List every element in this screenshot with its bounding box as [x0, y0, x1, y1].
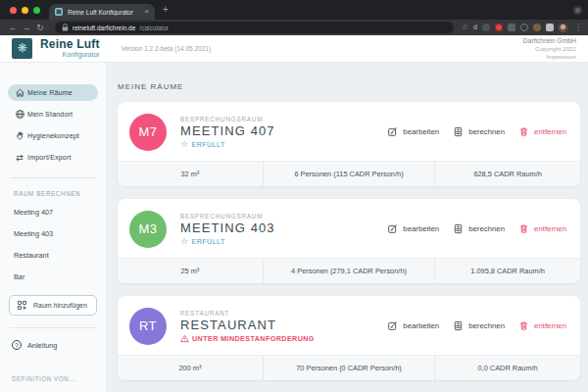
room-persons: 6 Personen (115 CADR Person/h) [263, 162, 434, 186]
extension-icon[interactable] [520, 24, 528, 31]
extension-shield-icon[interactable] [508, 24, 515, 31]
trash-icon [518, 126, 529, 137]
reload-button[interactable]: ↻ [33, 21, 47, 34]
status-text: UNTER MINDESTANFORDERUNG [192, 334, 315, 343]
browser-toolbar: ← → ↻ reineluft.darfichrein.de/calculato… [0, 20, 588, 35]
calculator-icon [453, 126, 464, 137]
remove-button[interactable]: entfernen [518, 320, 566, 331]
room-type-label: BESPRECHUNGSRAUM [180, 213, 387, 220]
page-title: MEINE RÄUME [118, 82, 580, 91]
sidebar-item-label: Hygienekonzept [27, 132, 79, 139]
sidebar-section-label: RAUM BERECHNEN [14, 190, 106, 197]
definition-label: DEFINITION VON... [12, 375, 106, 382]
sidebar-room-item[interactable]: Meeting 403 [0, 222, 106, 244]
tab-title: Reine Luft Konfigurator [68, 9, 139, 16]
room-title: RESTAURANT [180, 318, 387, 332]
browser-window: Reine Luft Konfigurator × + ← → ↻ reinel… [0, 0, 588, 392]
extensions-puzzle-icon[interactable] [546, 24, 554, 31]
calculator-icon [453, 223, 464, 234]
sidebar-room-item[interactable]: Restaurant [0, 244, 106, 266]
minimize-window-button[interactable] [22, 7, 28, 14]
home-icon [12, 87, 27, 98]
browser-profile-avatar[interactable] [559, 24, 567, 32]
app-title: Reine Luft [40, 38, 100, 50]
impressum-link[interactable]: Impressum [523, 53, 576, 61]
sidebar-item-import-export[interactable]: ⇄ Import/Export [8, 149, 98, 166]
sidebar-item-label: Meine Räume [27, 89, 73, 96]
extension-icon[interactable] [533, 24, 541, 31]
room-cadr: 628,5 CADR Raum/h [434, 162, 580, 186]
close-window-button[interactable] [10, 7, 17, 14]
room-persons: 70 Personen (0 CADR Person/h) [263, 356, 434, 380]
sidebar-item-label: Import/Export [27, 154, 72, 161]
maximize-window-button[interactable] [33, 7, 40, 14]
status-text: ERFÜLLT [191, 237, 224, 246]
room-card: M3 BESPRECHUNGSRAUM MEETING 403 ☆ ERFÜLL… [118, 199, 580, 283]
app-logo-icon: ❋ [12, 38, 32, 59]
room-persons: 4 Personen (279,1 CADR Person/h) [263, 259, 434, 283]
calculate-button[interactable]: berechnen [453, 320, 505, 331]
url-bar[interactable]: reineluft.darfichrein.de/calculator [55, 22, 454, 33]
edit-icon [387, 223, 398, 234]
browser-menu-icon[interactable]: ⋮ [572, 24, 582, 31]
window-controls [0, 7, 49, 14]
app-logo: Reine Luft Konfigurator [40, 38, 100, 59]
room-avatar: M3 [129, 211, 167, 248]
calculate-button[interactable]: berechnen [453, 223, 505, 234]
room-stats-row: 25 m³ 4 Personen (279,1 CADR Person/h) 1… [118, 258, 580, 283]
copyright: Copyright 2021 [523, 45, 576, 53]
status-text: ERFÜLLT [191, 140, 224, 149]
room-title: MEETING 407 [180, 123, 387, 138]
swap-arrows-icon: ⇄ [12, 153, 27, 163]
sidebar-room-item[interactable]: Meeting 407 [0, 201, 106, 222]
question-icon: ? [12, 340, 22, 350]
add-room-button[interactable]: Raum hinzufügen [9, 295, 97, 316]
star-icon: ☆ [180, 237, 188, 245]
tab-search-icon[interactable] [573, 6, 582, 15]
room-card: M7 BESPRECHUNGSRAUM MEETING 407 ☆ ERFÜLL… [118, 102, 580, 186]
sidebar-item-mein-standort[interactable]: Mein Standort [8, 106, 98, 122]
sidebar-item-meine-raeume[interactable]: Meine Räume [8, 84, 98, 101]
sidebar-item-hygienekonzept[interactable]: Hygienekonzept [8, 127, 98, 144]
room-cadr: 1.095,8 CADR Raum/h [434, 259, 580, 283]
room-type-label: BESPRECHUNGSRAUM [180, 116, 387, 122]
header-right: Darfichrein GmbH Copyright 2021 Impressu… [523, 36, 576, 61]
add-room-icon [17, 300, 27, 311]
warning-icon [180, 334, 189, 343]
room-avatar: M7 [129, 114, 167, 151]
forward-button[interactable]: → [20, 21, 33, 34]
extension-icon[interactable] [482, 24, 490, 31]
extension-icon[interactable] [495, 24, 503, 31]
room-area: 32 m³ [118, 162, 263, 186]
app-subtitle: Konfigurator [40, 50, 100, 59]
room-area: 200 m³ [118, 356, 263, 380]
browser-tab[interactable]: Reine Luft Konfigurator × [49, 4, 155, 20]
extension-d-icon[interactable]: d [473, 24, 477, 31]
edit-button[interactable]: bearbeiten [387, 320, 439, 331]
favicon [55, 8, 63, 16]
sidebar: Meine Räume Mein Standort Hygienekonzept… [0, 63, 106, 392]
help-link[interactable]: ? Anleitung [12, 340, 98, 350]
edit-icon [387, 126, 398, 137]
calculate-button[interactable]: berechnen [453, 126, 505, 137]
room-cadr: 0,0 CADR Raum/h [434, 356, 580, 380]
calculator-icon [453, 320, 464, 331]
trash-icon [518, 223, 529, 234]
edit-icon [387, 320, 398, 331]
edit-button[interactable]: bearbeiten [387, 223, 439, 234]
url-path: /calculator [139, 24, 169, 31]
room-area: 25 m³ [118, 259, 263, 283]
app-header: ❋ Reine Luft Konfigurator Version 1.2.2-… [0, 35, 588, 63]
status-badge: UNTER MINDESTANFORDERUNG [180, 334, 387, 343]
back-button[interactable]: ← [6, 21, 20, 34]
remove-button[interactable]: entfernen [518, 126, 566, 137]
new-tab-button[interactable]: + [163, 5, 169, 15]
bookmark-icon[interactable]: ☆ [462, 24, 468, 31]
divider [10, 177, 96, 178]
close-tab-icon[interactable]: × [144, 8, 149, 16]
sidebar-room-item[interactable]: Bar [0, 266, 106, 287]
remove-button[interactable]: entfernen [518, 223, 566, 234]
edit-button[interactable]: bearbeiten [387, 126, 439, 137]
main-content: MEINE RÄUME M7 BESPRECHUNGSRAUM MEETING … [106, 63, 588, 392]
add-room-label: Raum hinzufügen [33, 302, 87, 309]
